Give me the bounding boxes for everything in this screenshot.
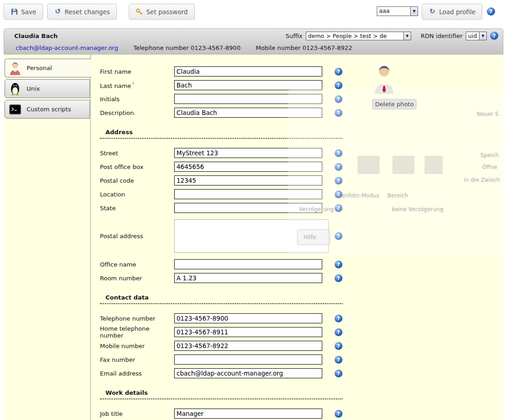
post-office-box-input[interactable] [174,162,322,172]
form-area: First name?Last name*?Initials?Descripti… [100,65,357,420]
help-icon[interactable]: ? [335,149,342,157]
help-icon[interactable]: ? [335,177,342,185]
description-input[interactable] [174,108,322,118]
help-icon[interactable]: ? [335,82,342,89]
reset-changes-button[interactable]: ↺ Reset changes [47,4,117,20]
section-title: Work details [100,389,342,399]
rdn-identifier-label: RDN identifier [421,33,463,39]
help-icon[interactable]: ? [335,109,342,117]
form-row: Initials? [100,92,357,106]
help-icon[interactable]: ? [335,261,342,268]
header-mobile-text: Mobile number 0123-4567-8922 [256,44,352,51]
ghost-box [424,156,443,174]
tab-custom-scripts[interactable]: Custom scripts [5,100,90,119]
room-number-input[interactable] [174,273,322,283]
tab-unix[interactable]: Unix [5,79,90,98]
rdn-select[interactable]: uid ▼ [466,32,487,40]
form-row: Job title? [100,407,357,420]
save-button-label: Save [21,8,36,16]
form-row: Email address? [100,366,357,380]
set-password-label: Set password [146,8,188,16]
first-name-input[interactable] [174,66,322,76]
field-label: Job title [100,410,174,417]
field-label: Last name* [100,81,174,89]
help-icon[interactable]: ? [335,356,342,364]
telephone-number-input[interactable] [174,313,322,323]
field-label: Email address [100,370,174,377]
account-header-row1: Claudia Bach Suffix demo > People > test… [4,29,503,43]
set-password-button[interactable]: Set password [129,4,195,20]
fax-number-input[interactable] [174,355,322,365]
help-icon[interactable]: ? [335,370,342,377]
help-icon[interactable]: ? [335,274,342,282]
dropdown-arrow-icon: ▼ [403,32,411,40]
tux-penguin-icon [8,82,22,96]
help-icon[interactable]: ? [335,328,342,336]
mobile-number-input[interactable] [174,341,322,351]
help-icon[interactable]: ? [335,232,342,240]
help-icon[interactable]: ? [335,315,342,322]
home-telephone-number-input[interactable] [174,327,322,337]
ghost-fragment: Öffne [482,164,497,170]
account-header-row2: cbach@ldap-account-manager.org Telephone… [4,43,503,55]
rdn-select-value: uid [466,32,479,40]
form-row: Postal code? [100,174,357,187]
form-row: Last name*? [100,78,357,92]
postal-address-input[interactable] [174,219,329,253]
form-row: Location? [100,187,357,201]
section-title: Address [100,129,342,139]
help-icon[interactable]: ? [335,342,342,350]
delete-photo-button[interactable]: Delete photo [372,99,417,109]
key-icon [136,8,143,16]
field-label: First name [100,68,174,75]
ghost-fragment: Speich [480,152,499,158]
form-row: Postal address? [100,217,357,256]
last-name-input[interactable] [174,80,322,90]
tab-personal[interactable]: Personal [5,59,91,77]
office-name-input[interactable] [174,259,322,269]
form-row: State? [100,201,357,215]
photo-area: Delete photo [372,65,427,109]
help-icon[interactable]: ? [335,204,342,212]
state-input[interactable] [174,203,322,213]
load-profile-button[interactable]: ↻ Load profile [422,4,482,20]
postal-code-input[interactable] [174,175,322,185]
content-area: Personal Unix [4,55,503,420]
ghost-fragment: in die Zwisch [464,177,500,183]
account-email-link[interactable]: cbach@ldap-account-manager.org [16,44,118,51]
help-icon[interactable]: ? [335,410,342,418]
help-icon[interactable]: ? [335,191,342,198]
help-icon[interactable]: ? [335,163,342,171]
field-label: Home telephone number [100,325,174,339]
help-icon[interactable]: ? [335,68,342,76]
initials-input[interactable] [174,94,322,104]
suffix-select[interactable]: demo > People > test > de ▼ [306,32,411,40]
field-label: Fax number [100,356,174,363]
save-button[interactable]: Save [4,4,43,20]
terminal-icon [8,102,22,117]
ghost-box [392,156,414,174]
field-label: Room number [100,275,174,282]
form-row: Street? [100,146,357,160]
ghost-box [358,156,380,174]
help-icon[interactable]: ? [490,32,498,40]
person-icon [8,61,22,76]
suffix-label: Suffix [286,33,303,39]
profile-select[interactable]: aaa ▼ [377,6,418,16]
user-photo [372,88,396,95]
field-label: Location [100,191,174,198]
location-input[interactable] [174,189,322,199]
help-icon[interactable]: ? [487,7,495,16]
field-label: State [100,205,174,212]
account-header: Claudia Bach Suffix demo > People > test… [4,28,503,55]
help-icon[interactable]: ? [335,95,342,103]
form-row: Post office box? [100,160,357,174]
form-row: Telephone number? [100,311,357,325]
street-input[interactable] [174,148,322,158]
field-label: Initials [100,96,174,103]
suffix-select-value: demo > People > test > de [306,32,403,40]
form-row: Room number? [100,271,357,285]
section-title: Contact data [100,294,342,304]
email-address-input[interactable] [174,368,322,378]
job-title-input[interactable] [174,409,322,419]
